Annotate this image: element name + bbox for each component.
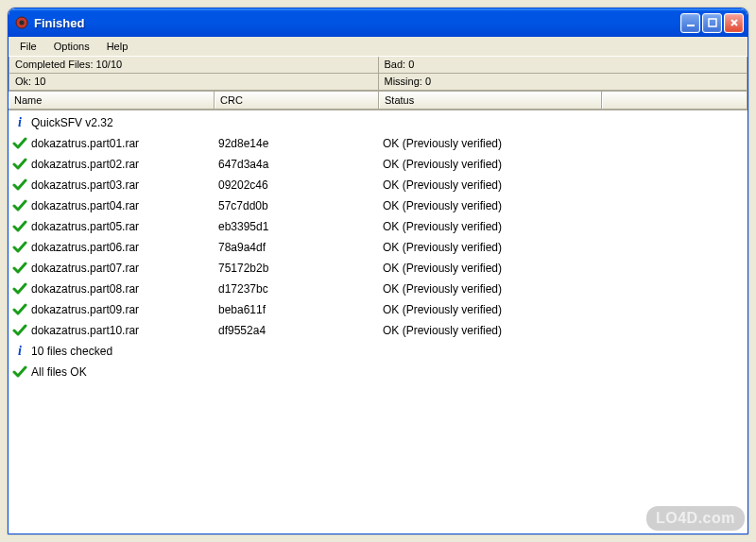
list-row[interactable]: dokazatrus.part07.rar75172b2bOK (Previou… <box>9 258 747 279</box>
cell-crc: 09202c46 <box>218 178 383 192</box>
check-icon <box>12 281 27 296</box>
cell-crc: 647d3a4a <box>218 158 383 171</box>
cell-name: dokazatrus.part01.rar <box>31 137 218 150</box>
list-row[interactable]: dokazatrus.part08.rard17237bcOK (Previou… <box>9 279 747 299</box>
close-button[interactable] <box>724 13 744 33</box>
info-icon: i <box>12 344 27 359</box>
cell-status: OK (Previously verified) <box>383 158 744 171</box>
check-icon <box>12 157 27 172</box>
cell-crc: 78a9a4df <box>218 241 383 254</box>
check-icon <box>12 302 27 317</box>
cell-status: OK (Previously verified) <box>383 137 744 150</box>
cell-name: dokazatrus.part06.rar <box>31 241 218 254</box>
cell-name: QuickSFV v2.32 <box>31 116 218 129</box>
cell-name: All files OK <box>31 365 218 379</box>
cell-name: dokazatrus.part09.rar <box>31 303 218 316</box>
svg-rect-2 <box>687 25 695 26</box>
list-header: Name CRC Status <box>9 92 747 110</box>
app-icon <box>14 15 29 30</box>
file-list[interactable]: iQuickSFV v2.32dokazatrus.part01.rar92d8… <box>9 110 747 534</box>
cell-name: dokazatrus.part10.rar <box>31 324 218 337</box>
menu-help[interactable]: Help <box>99 39 136 54</box>
cell-status: OK (Previously verified) <box>383 199 744 212</box>
cell-status: OK (Previously verified) <box>383 178 744 192</box>
info-missing: Missing: 0 <box>379 74 748 91</box>
check-icon <box>12 323 27 338</box>
cell-name: dokazatrus.part04.rar <box>31 199 218 212</box>
cell-crc: 75172b2b <box>218 262 383 275</box>
column-header-extra[interactable] <box>602 92 747 110</box>
cell-status: OK (Previously verified) <box>383 282 744 296</box>
cell-status: OK (Previously verified) <box>383 303 744 316</box>
list-row[interactable]: dokazatrus.part04.rar57c7dd0bOK (Previou… <box>9 195 747 216</box>
watermark: LO4D.com <box>646 506 745 531</box>
list-row[interactable]: iQuickSFV v2.32 <box>9 112 747 133</box>
cell-name: dokazatrus.part07.rar <box>31 262 218 275</box>
info-completed: Completed Files: 10/10 <box>9 57 379 74</box>
window-title: Finished <box>34 16 680 30</box>
cell-status: OK (Previously verified) <box>383 324 744 337</box>
list-row[interactable]: dokazatrus.part06.rar78a9a4dfOK (Previou… <box>9 237 747 258</box>
svg-rect-3 <box>709 19 716 26</box>
app-window: Finished File Options Help Completed Fil… <box>8 8 748 534</box>
menu-bar: File Options Help <box>9 37 747 56</box>
cell-name: dokazatrus.part08.rar <box>31 282 218 296</box>
cell-crc: d17237bc <box>218 282 383 296</box>
cell-name: dokazatrus.part05.rar <box>31 220 218 233</box>
cell-crc: 57c7dd0b <box>218 199 383 212</box>
info-bad: Bad: 0 <box>379 57 748 74</box>
check-icon <box>12 219 27 234</box>
check-icon <box>12 198 27 213</box>
column-header-crc[interactable]: CRC <box>215 92 379 110</box>
cell-status: OK (Previously verified) <box>383 262 744 275</box>
list-row[interactable]: i10 files checked <box>9 341 747 362</box>
list-row[interactable]: All files OK <box>9 362 747 382</box>
check-icon <box>12 364 27 380</box>
window-controls <box>680 13 744 33</box>
titlebar[interactable]: Finished <box>9 8 747 37</box>
list-row[interactable]: dokazatrus.part10.rardf9552a4OK (Previou… <box>9 320 747 341</box>
list-row[interactable]: dokazatrus.part05.rareb3395d1OK (Previou… <box>9 216 747 237</box>
cell-status: OK (Previously verified) <box>383 241 744 254</box>
check-icon <box>12 240 27 255</box>
check-icon <box>12 136 27 151</box>
cell-crc: beba611f <box>218 303 383 316</box>
menu-options[interactable]: Options <box>46 39 97 54</box>
cell-status: OK (Previously verified) <box>383 220 744 233</box>
minimize-button[interactable] <box>680 13 700 33</box>
list-row[interactable]: dokazatrus.part03.rar09202c46OK (Previou… <box>9 175 747 195</box>
cell-crc: df9552a4 <box>218 324 383 337</box>
column-header-name[interactable]: Name <box>9 92 215 110</box>
menu-file[interactable]: File <box>12 39 44 54</box>
cell-name: 10 files checked <box>31 345 218 358</box>
svg-point-1 <box>20 21 25 25</box>
info-icon: i <box>12 115 27 130</box>
list-row[interactable]: dokazatrus.part09.rarbeba611fOK (Previou… <box>9 299 747 320</box>
cell-crc: eb3395d1 <box>218 220 383 233</box>
cell-crc: 92d8e14e <box>218 137 383 150</box>
list-row[interactable]: dokazatrus.part01.rar92d8e14eOK (Previou… <box>9 133 747 154</box>
column-header-status[interactable]: Status <box>379 92 602 110</box>
info-panel: Completed Files: 10/10 Bad: 0 Ok: 10 Mis… <box>9 56 747 92</box>
info-ok: Ok: 10 <box>9 74 379 91</box>
maximize-button[interactable] <box>702 13 722 33</box>
cell-name: dokazatrus.part02.rar <box>31 158 218 171</box>
list-row[interactable]: dokazatrus.part02.rar647d3a4aOK (Previou… <box>9 154 747 175</box>
check-icon <box>12 178 27 193</box>
check-icon <box>12 261 27 276</box>
cell-name: dokazatrus.part03.rar <box>31 178 218 192</box>
